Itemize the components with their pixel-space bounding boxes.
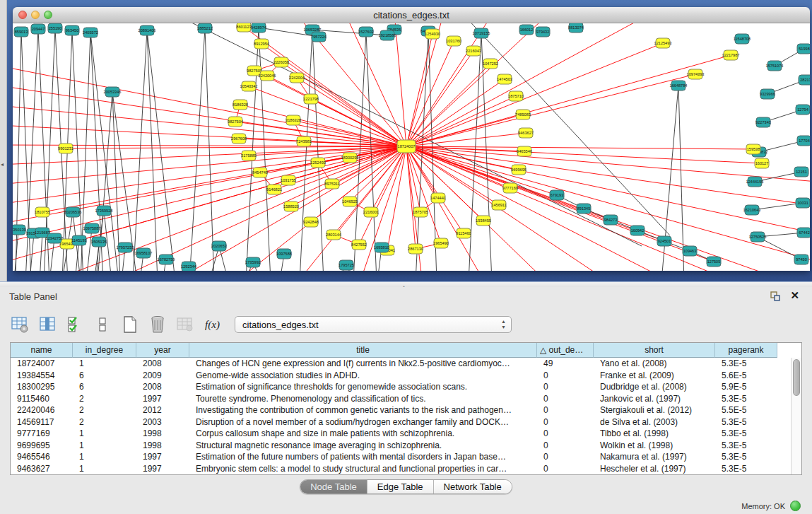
graph-node[interactable]: 1047252 [483,59,498,69]
graph-node[interactable]: 51998 [797,44,810,54]
table-dropdown[interactable]: citations_edges.txt ▲▼ [235,316,512,333]
graph-node[interactable]: 12342757 [46,233,64,243]
graph-node[interactable]: 19218586 [379,30,396,40]
graph-node[interactable]: 1031755 [281,175,296,185]
graph-node[interactable]: 8186328 [233,100,248,110]
graph-node[interactable]: 3186328 [286,115,301,125]
graph-node[interactable]: 1795725 [339,260,354,270]
graph-node[interactable]: 8454749 [252,168,268,177]
graph-node[interactable]: 1735992 [245,257,261,267]
black-edge[interactable] [300,30,312,271]
black-edge[interactable] [90,33,119,271]
graph-node[interactable]: 8975311 [324,179,339,189]
table-vertical-scrollbar[interactable] [791,358,801,474]
graph-node[interactable]: 17957253 [117,243,134,252]
graph-node[interactable]: 10031 [796,198,810,208]
delete-table-icon[interactable] [148,315,167,334]
graph-node[interactable]: 1875705 [413,207,428,217]
graph-node[interactable]: 2967608 [231,134,247,144]
column-header[interactable]: title [189,343,537,358]
graph-node[interactable]: 679193 [550,190,564,200]
graph-node[interactable]: 9242848 [303,217,319,227]
row-boxes-icon[interactable] [93,315,112,334]
graph-node[interactable]: 12217987 [722,50,740,60]
red-edge[interactable] [66,146,406,148]
graph-node[interactable]: 1695810 [374,243,389,252]
window-titlebar[interactable]: citations_edges.txt [13,7,810,23]
graph-node[interactable]: 1588520 [283,201,299,211]
graph-node[interactable]: 1292344 [181,262,196,271]
graph-node[interactable]: 1965490 [433,238,449,248]
black-edge[interactable] [366,32,377,271]
table-row[interactable]: 946362711997Embryonic stem cells: a mode… [11,463,801,475]
tab-edge-table[interactable]: Edge Table [367,480,433,493]
tab-network-table[interactable]: Network Table [433,480,512,493]
graph-node[interactable]: 67442 [797,228,810,238]
black-edge[interactable] [189,28,205,271]
collapsed-side-panel[interactable]: ◂ [0,0,7,281]
graph-node[interactable]: 20053346 [104,87,122,97]
red-edge[interactable] [406,41,454,146]
graph-node[interactable]: 924501 [657,236,671,246]
graph-node[interactable]: 28213 [799,75,810,85]
close-panel-icon[interactable]: ✕ [790,289,799,302]
table-row[interactable]: 911546021997Tourette syndrome. Phenomeno… [11,393,801,405]
graph-node[interactable]: 12794 [796,105,810,115]
graph-node[interactable]: 2803144 [326,230,341,240]
table-row[interactable]: 1938455462009Genome-wide association stu… [11,370,801,382]
graph-node[interactable]: 1527602 [358,27,374,37]
graph-node[interactable]: 984273 [604,215,618,225]
graph-node[interactable]: 10975887 [83,223,101,233]
graph-node[interactable]: 859013 [14,27,28,37]
graph-node[interactable]: 16648784 [670,81,688,90]
float-panel-icon[interactable] [770,291,781,302]
graph-node[interactable]: 159538 [746,144,760,154]
graph-node[interactable]: 10543342 [240,81,258,91]
graph-node[interactable]: 1221798 [303,94,319,104]
panel-divider[interactable]: ▴ [0,281,812,287]
red-edge[interactable] [13,105,406,146]
graph-node[interactable]: 12444155 [746,177,764,187]
black-edge[interactable] [133,30,147,271]
column-header[interactable]: year [136,343,189,358]
table-settings-icon[interactable] [10,315,29,334]
black-edge[interactable] [259,28,271,271]
graph-node[interactable]: 2242004 [289,73,305,83]
panel-collapse-arrow-icon[interactable]: ◂ [1,161,4,168]
graph-node[interactable]: 12750525 [749,232,767,242]
graph-node[interactable]: 9428974 [251,23,266,33]
red-edge[interactable] [406,133,526,146]
red-edge[interactable] [13,125,406,146]
graph-node[interactable]: 7243981 [296,136,312,146]
graph-node[interactable]: 1474441 [430,193,446,203]
graph-node[interactable]: 166012 [519,25,534,35]
select-rows-icon[interactable] [65,315,84,334]
graph-node[interactable]: 8912954 [254,39,269,49]
graph-node[interactable]: 963450 [65,25,79,35]
graph-node[interactable]: 11548708 [734,34,751,44]
table-row[interactable]: 977716911998Corpus callosum shape and si… [11,428,801,440]
black-edge[interactable] [81,33,90,271]
graph-node[interactable]: 2216043 [466,46,481,56]
black-edge[interactable] [205,28,214,271]
graph-node[interactable]: 979432 [536,27,550,37]
graph-node[interactable]: 9699695 [511,165,526,175]
graph-node[interactable]: 160942 [630,226,645,235]
graph-node[interactable]: 9777169 [502,183,518,193]
graph-node[interactable]: 209447 [31,24,45,34]
table-row[interactable]: 1872400712008Changes of HCN gene express… [11,358,801,370]
graph-node[interactable]: 16958107 [135,248,153,258]
graph-node[interactable]: 20206536 [64,207,82,217]
graph-node[interactable]: 10974393 [687,69,705,79]
graph-node[interactable]: 1046925 [342,197,358,206]
graph-node[interactable]: 3175885 [241,151,257,160]
table-row[interactable]: 1456911722003Disruption of a novel membe… [11,416,801,428]
graph-node[interactable]: 2405572 [83,28,98,37]
graph-node[interactable]: 2226058 [273,57,289,67]
black-edge[interactable] [179,23,642,246]
graph-node[interactable]: 1145193 [71,235,86,245]
graph-node[interactable]: 15751074 [766,61,784,71]
black-edge[interactable] [72,30,83,271]
graph-node[interactable]: 1350139 [13,225,26,235]
red-edge[interactable] [13,66,406,146]
